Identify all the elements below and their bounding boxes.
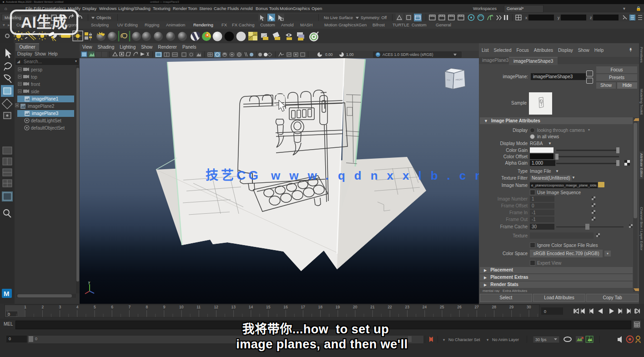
svg-text:15: 15: [266, 305, 271, 309]
svg-text:21: 21: [370, 305, 375, 309]
svg-text:9: 9: [163, 305, 166, 309]
svg-text:14: 14: [249, 305, 253, 309]
svg-text:3: 3: [59, 305, 61, 309]
svg-text:No Live Surface: No Live Surface: [324, 15, 353, 20]
svg-text:1.00: 1.00: [346, 52, 354, 57]
svg-text:12: 12: [214, 305, 218, 309]
svg-text:5: 5: [94, 305, 96, 309]
svg-text:0: 0: [8, 312, 10, 317]
svg-text:y: y: [558, 15, 560, 20]
svg-text:23: 23: [405, 305, 410, 309]
svg-text:27: 27: [474, 305, 479, 309]
svg-text:25: 25: [440, 305, 444, 309]
svg-text:Symmetry: Off: Symmetry: Off: [361, 15, 387, 20]
svg-text:ACES 1.0 SDR-video (sRGB): ACES 1.0 SDR-video (sRGB): [382, 52, 433, 57]
svg-text:10: 10: [179, 305, 184, 309]
svg-text:imagePlane3: imagePlane3: [32, 111, 59, 116]
svg-text:13: 13: [231, 305, 236, 309]
svg-text:4: 4: [76, 305, 79, 309]
svg-text:8: 8: [146, 305, 148, 309]
svg-text:persp: persp: [31, 67, 42, 72]
svg-text:1: 1: [24, 305, 26, 309]
svg-text:2: 2: [41, 305, 44, 309]
svg-text:18: 18: [318, 305, 323, 309]
svg-text:top: top: [31, 75, 37, 80]
svg-text:29: 29: [509, 305, 514, 309]
svg-text:22: 22: [387, 305, 392, 309]
svg-text:z: z: [590, 15, 592, 20]
svg-text:26: 26: [457, 305, 462, 309]
svg-text:imagePlane2: imagePlane2: [28, 104, 55, 109]
svg-text:7: 7: [128, 305, 131, 309]
svg-text:6: 6: [111, 305, 113, 309]
svg-text:M: M: [4, 290, 10, 297]
svg-text:x: x: [525, 15, 528, 20]
svg-text:19: 19: [336, 305, 340, 309]
svg-text:16: 16: [283, 305, 288, 309]
svg-text:28: 28: [492, 305, 497, 309]
svg-text:30: 30: [527, 305, 531, 309]
svg-text:front: front: [31, 82, 40, 87]
svg-text:y: y: [88, 280, 90, 284]
svg-text:20: 20: [353, 305, 357, 309]
svg-text:0: 0: [544, 309, 546, 314]
svg-text:11: 11: [196, 305, 201, 309]
svg-text:0.00: 0.00: [325, 52, 333, 57]
svg-text:defaultObjectSet: defaultObjectSet: [31, 126, 65, 131]
svg-text:side: side: [31, 89, 40, 94]
svg-text:imagePlane1: imagePlane1: [32, 96, 59, 101]
svg-text:17: 17: [301, 305, 305, 309]
svg-text:24: 24: [423, 305, 427, 309]
svg-text:defaultLightSet: defaultLightSet: [31, 118, 61, 123]
svg-text:Objects: Objects: [96, 15, 111, 20]
